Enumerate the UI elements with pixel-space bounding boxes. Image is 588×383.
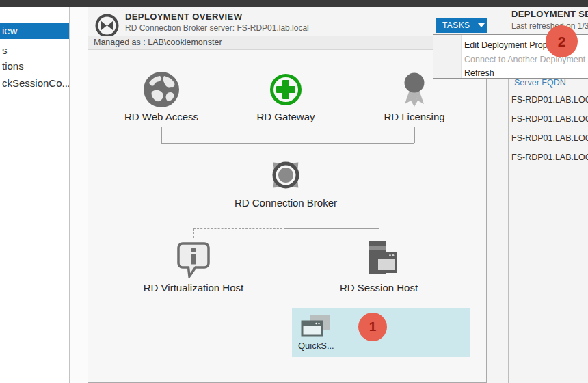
menu-item-refresh[interactable]: Refresh [464, 66, 587, 80]
tiles-divider [490, 36, 490, 383]
rd-gateway-node[interactable] [269, 73, 302, 109]
rd-licensing-node[interactable] [402, 72, 427, 111]
session-host-icon [360, 240, 397, 280]
deployment-overview-icon [94, 13, 120, 38]
rd-virtualization-host-label: RD Virtualization Host [118, 282, 269, 293]
sidebar-item-collections[interactable]: tions [0, 59, 69, 74]
connector-to-broker [286, 143, 286, 155]
connector-web-down [161, 127, 162, 143]
connector-top-horizontal [161, 143, 414, 144]
deployment-overview-subtitle: RD Connection Broker server: FS-RDP01.la… [125, 23, 309, 33]
connector-gateway-down-dotted [286, 127, 286, 143]
managed-as-bar: Managed as : LAB\cookiemonster [88, 36, 486, 50]
sidebar-item-overview[interactable]: iew [0, 23, 69, 39]
collection-label: QuickS... [298, 341, 334, 351]
rd-gateway-label: RD Gateway [211, 111, 361, 122]
menu-icon-gutter [433, 35, 462, 78]
server-row[interactable]: FS-RDP01.LAB.LOCAL [511, 133, 588, 143]
rd-session-host-node[interactable] [360, 240, 397, 282]
connector-licensing-down [414, 127, 415, 143]
deployment-overview-title: DEPLOYMENT OVERVIEW [125, 12, 242, 22]
connector-vhost-down-dotted [193, 228, 194, 239]
servers-panel-border [508, 79, 509, 383]
rd-connection-broker-label: RD Connection Broker [211, 197, 361, 209]
collection-windows-icon [300, 315, 332, 343]
annotation-badge-2: 2 [546, 25, 578, 57]
server-row[interactable]: FS-RDP01.LAB.LOCAL [511, 114, 588, 124]
connector-bottom-right [286, 228, 379, 229]
chevron-down-icon [478, 23, 485, 27]
deployment-servers-title: DEPLOYMENT SERVERS [511, 9, 588, 19]
tasks-button-label: TASKS [442, 21, 470, 30]
annotation-badge-1: 1 [358, 313, 387, 341]
connector-broker-down [286, 216, 286, 228]
connector-bottom-left-dashed [193, 228, 286, 229]
rd-virtualization-host-node[interactable] [176, 241, 211, 281]
info-bubble-icon [176, 241, 211, 278]
sidebar-item-quicksessioncollection[interactable]: ckSessionCo... [0, 76, 69, 91]
rd-session-host-label: RD Session Host [304, 282, 454, 293]
sidebar: iew s tions ckSessionCo... [0, 7, 70, 383]
rd-connection-broker-node[interactable] [261, 156, 310, 197]
medal-icon [402, 72, 427, 108]
broker-arrows-icon [261, 156, 310, 194]
tasks-button[interactable]: TASKS [436, 18, 487, 33]
server-row[interactable]: FS-RDP01.LAB.LOCAL [511, 95, 588, 105]
server-row[interactable]: FS-RDP01.LAB.LOCAL [511, 153, 588, 162]
rd-licensing-label: RD Licensing [339, 111, 490, 122]
add-gateway-icon [269, 73, 302, 106]
rd-web-access-node[interactable] [143, 71, 180, 111]
window-top-bar [0, 0, 588, 7]
sidebar-item-servers[interactable]: s [0, 43, 69, 58]
connector-to-collection [379, 300, 379, 308]
connector-shost-down [379, 228, 379, 239]
sidebar-gutter [70, 7, 88, 383]
globe-icon [143, 71, 180, 108]
